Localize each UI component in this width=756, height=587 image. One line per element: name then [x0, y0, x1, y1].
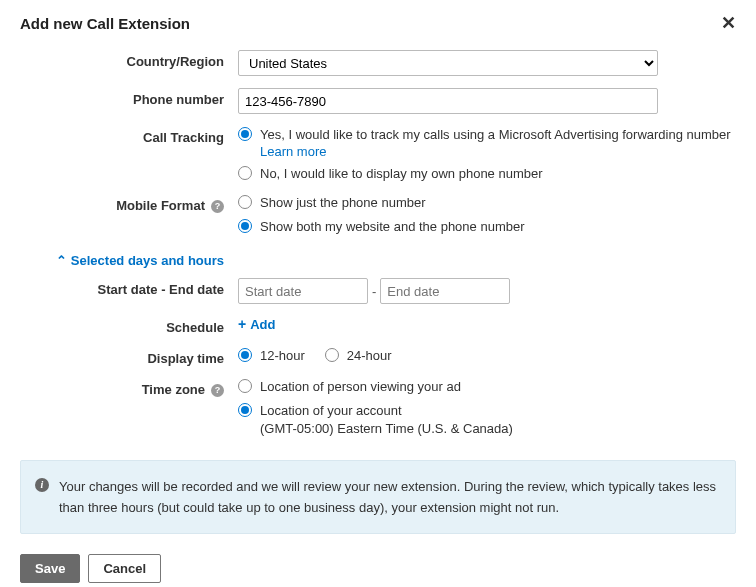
- save-button[interactable]: Save: [20, 554, 80, 583]
- time-zone-viewer-text: Location of person viewing your ad: [260, 378, 461, 396]
- call-tracking-label: Call Tracking: [20, 126, 238, 145]
- mobile-format-phone-only-radio[interactable]: [238, 195, 252, 209]
- call-tracking-yes-radio[interactable]: [238, 127, 252, 141]
- country-select[interactable]: United States: [238, 50, 658, 76]
- schedule-label: Schedule: [20, 316, 238, 335]
- mobile-format-phone-only-text: Show just the phone number: [260, 194, 426, 212]
- time-zone-account-text: Location of your account: [260, 402, 513, 420]
- cancel-button[interactable]: Cancel: [88, 554, 161, 583]
- start-date-input[interactable]: [238, 278, 368, 304]
- date-separator: -: [372, 284, 376, 299]
- call-tracking-no-text: No, I would like to display my own phone…: [260, 165, 543, 183]
- mobile-format-both-radio[interactable]: [238, 219, 252, 233]
- info-icon: i: [35, 478, 49, 492]
- mobile-format-both-text: Show both my website and the phone numbe…: [260, 218, 525, 236]
- info-text: Your changes will be recorded and we wil…: [59, 477, 721, 519]
- collapse-toggle-label: Selected days and hours: [71, 253, 224, 268]
- chevron-up-icon: ⌃: [56, 253, 67, 268]
- phone-input[interactable]: [238, 88, 658, 114]
- call-tracking-yes-text: Yes, I would like to track my calls usin…: [260, 126, 731, 144]
- time-zone-label: Time zone: [142, 382, 205, 397]
- time-zone-account-detail: (GMT-05:00) Eastern Time (U.S. & Canada): [260, 421, 513, 436]
- mobile-format-label: Mobile Format: [116, 198, 205, 213]
- display-time-24-text: 24-hour: [347, 347, 392, 365]
- country-label: Country/Region: [20, 50, 238, 69]
- schedule-add-button[interactable]: + Add: [238, 316, 275, 332]
- help-icon[interactable]: ?: [211, 200, 224, 213]
- end-date-input[interactable]: [380, 278, 510, 304]
- collapse-toggle[interactable]: ⌃Selected days and hours: [20, 253, 238, 268]
- learn-more-link[interactable]: Learn more: [260, 144, 731, 159]
- date-range-label: Start date - End date: [20, 278, 238, 297]
- display-time-12-radio[interactable]: [238, 348, 252, 362]
- time-zone-account-radio[interactable]: [238, 403, 252, 417]
- page-title: Add new Call Extension: [20, 15, 190, 32]
- close-icon[interactable]: ✕: [721, 14, 736, 32]
- schedule-add-text: Add: [250, 317, 275, 332]
- display-time-24-radio[interactable]: [325, 348, 339, 362]
- time-zone-viewer-radio[interactable]: [238, 379, 252, 393]
- display-time-12-text: 12-hour: [260, 347, 305, 365]
- phone-label: Phone number: [20, 88, 238, 107]
- display-time-label: Display time: [20, 347, 238, 366]
- info-box: i Your changes will be recorded and we w…: [20, 460, 736, 534]
- help-icon[interactable]: ?: [211, 384, 224, 397]
- call-tracking-no-radio[interactable]: [238, 166, 252, 180]
- plus-icon: +: [238, 316, 246, 332]
